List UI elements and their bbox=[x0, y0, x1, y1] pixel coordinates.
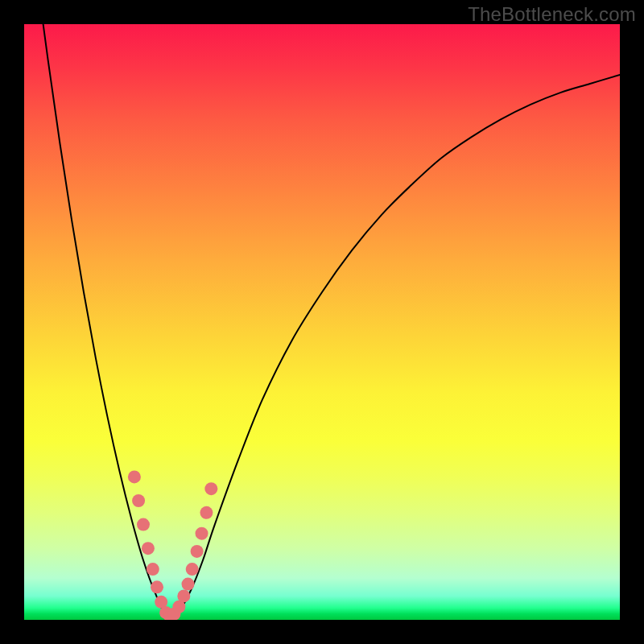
sample-point bbox=[191, 545, 204, 558]
sample-point bbox=[132, 494, 145, 507]
watermark-text: TheBottleneck.com bbox=[468, 3, 636, 26]
sample-point bbox=[200, 506, 213, 519]
sample-point bbox=[137, 518, 150, 531]
sample-point bbox=[142, 542, 155, 555]
sample-point bbox=[204, 482, 217, 495]
sample-point bbox=[128, 470, 141, 483]
chart-frame: TheBottleneck.com bbox=[0, 0, 644, 644]
sample-point bbox=[147, 563, 159, 576]
sample-point bbox=[182, 578, 195, 591]
sample-point bbox=[151, 580, 163, 593]
sample-point bbox=[196, 527, 208, 540]
marker-group bbox=[128, 470, 217, 620]
bottleneck-curve bbox=[36, 24, 620, 617]
sample-point bbox=[186, 563, 199, 576]
curve-layer bbox=[24, 24, 620, 620]
sample-point bbox=[177, 589, 190, 602]
plot-area bbox=[24, 24, 620, 620]
